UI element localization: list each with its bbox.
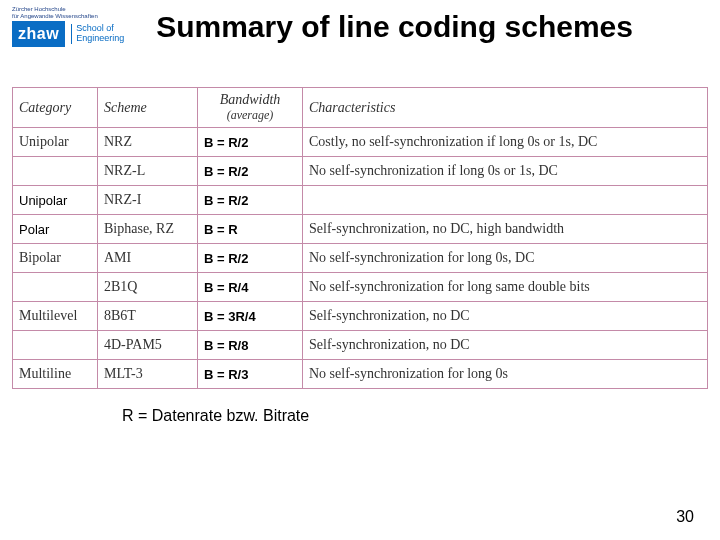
institution-line1: Zürcher Hochschule — [12, 6, 124, 13]
table-row: 4D-PAM5 B = R/8 Self-synchronization, no… — [13, 330, 707, 359]
cell-characteristics: No self-synchronization if long 0s or 1s… — [303, 157, 707, 185]
cell-scheme: 8B6T — [98, 302, 198, 330]
cell-bandwidth: B = 3R/4 — [198, 302, 303, 330]
cell-category: Polar — [13, 215, 98, 243]
logo-block: zhaw School of Engineering — [12, 21, 124, 47]
cell-characteristics: No self-synchronization for long 0s — [303, 360, 707, 388]
table-row: Polar Biphase, RZ B = R Self-synchroniza… — [13, 214, 707, 243]
table-row: Unipolar NRZ B = R/2 Costly, no self-syn… — [13, 127, 707, 156]
cell-category: Multiline — [13, 360, 98, 388]
cell-bandwidth: B = R/8 — [198, 331, 303, 359]
table-row: Unipolar NRZ-I B = R/2 — [13, 185, 707, 214]
cell-bandwidth: B = R/2 — [198, 128, 303, 156]
cell-characteristics: No self-synchronization for long same do… — [303, 273, 707, 301]
cell-scheme: NRZ-L — [98, 157, 198, 185]
cell-characteristics: Self-synchronization, no DC, high bandwi… — [303, 215, 707, 243]
cell-scheme: AMI — [98, 244, 198, 272]
cell-category — [13, 157, 98, 185]
slide: Zürcher Hochschule für Angewandte Wissen… — [0, 0, 720, 540]
header-left: Zürcher Hochschule für Angewandte Wissen… — [12, 6, 124, 47]
cell-category: Bipolar — [13, 244, 98, 272]
cell-bandwidth: B = R/3 — [198, 360, 303, 388]
cell-characteristics: Self-synchronization, no DC — [303, 302, 707, 330]
zhaw-logo: zhaw — [12, 21, 65, 47]
cell-category — [13, 273, 98, 301]
institution-line2: für Angewandte Wissenschaften — [12, 13, 124, 20]
cell-characteristics: Self-synchronization, no DC — [303, 331, 707, 359]
cell-scheme: NRZ-I — [98, 186, 198, 214]
cell-scheme: 4D-PAM5 — [98, 331, 198, 359]
cell-category: Unipolar — [13, 186, 98, 214]
cell-bandwidth: B = R/2 — [198, 244, 303, 272]
cell-characteristics — [303, 186, 707, 214]
footnote: R = Datenrate bzw. Bitrate — [122, 407, 708, 425]
cell-category: Multilevel — [13, 302, 98, 330]
col-header-scheme: Scheme — [98, 88, 198, 127]
table-row: Multilevel 8B6T B = 3R/4 Self-synchroniz… — [13, 301, 707, 330]
cell-category — [13, 331, 98, 359]
table-row: Bipolar AMI B = R/2 No self-synchronizat… — [13, 243, 707, 272]
page-number: 30 — [676, 508, 694, 526]
cell-bandwidth: B = R — [198, 215, 303, 243]
cell-scheme: MLT-3 — [98, 360, 198, 388]
cell-characteristics: No self-synchronization for long 0s, DC — [303, 244, 707, 272]
header: Zürcher Hochschule für Angewandte Wissen… — [12, 6, 708, 47]
school-line2: Engineering — [76, 34, 124, 44]
table-header-row: Category Scheme Bandwidth (average) Char… — [13, 88, 707, 127]
cell-bandwidth: B = R/2 — [198, 157, 303, 185]
cell-characteristics: Costly, no self-synchronization if long … — [303, 128, 707, 156]
col-header-category: Category — [13, 88, 98, 127]
school-name: School of Engineering — [71, 24, 124, 44]
col-header-bandwidth-a: Bandwidth — [220, 92, 281, 108]
page-title: Summary of line coding schemes — [156, 10, 633, 44]
col-header-bandwidth: Bandwidth (average) — [198, 88, 303, 127]
table-row: NRZ-L B = R/2 No self-synchronization if… — [13, 156, 707, 185]
cell-scheme: 2B1Q — [98, 273, 198, 301]
cell-scheme: NRZ — [98, 128, 198, 156]
cell-category: Unipolar — [13, 128, 98, 156]
cell-scheme: Biphase, RZ — [98, 215, 198, 243]
col-header-bandwidth-b: (average) — [227, 108, 274, 123]
cell-bandwidth: B = R/4 — [198, 273, 303, 301]
table-row: Multiline MLT-3 B = R/3 No self-synchron… — [13, 359, 707, 388]
coding-table: Category Scheme Bandwidth (average) Char… — [12, 87, 708, 389]
col-header-characteristics: Characteristics — [303, 88, 707, 127]
cell-bandwidth: B = R/2 — [198, 186, 303, 214]
table-row: 2B1Q B = R/4 No self-synchronization for… — [13, 272, 707, 301]
